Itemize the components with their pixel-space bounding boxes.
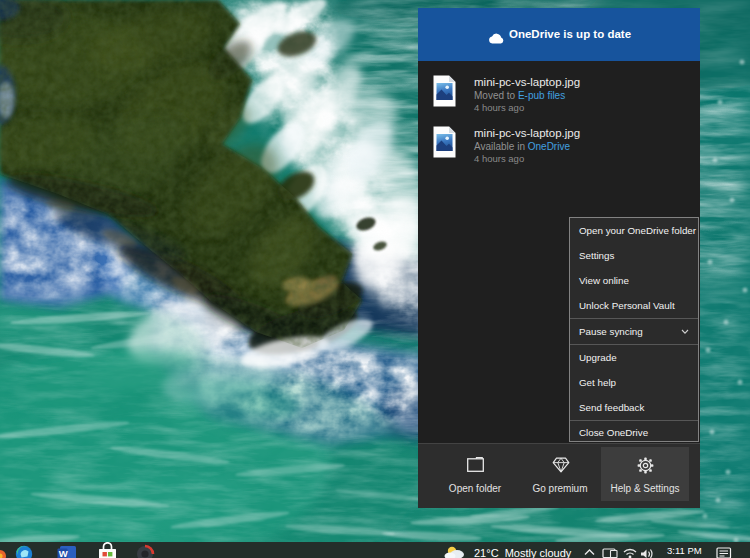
svg-text:W: W bbox=[59, 548, 68, 558]
